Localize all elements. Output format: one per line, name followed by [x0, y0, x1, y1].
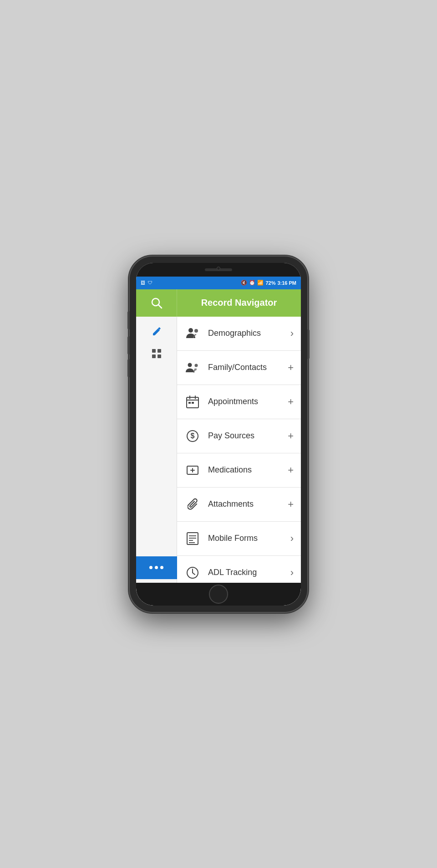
svg-rect-4	[152, 354, 156, 358]
sidebar-header	[136, 289, 177, 317]
status-bar: 🖼 🛡 👤 🔇 ⏰ 📶 72% 3:16 PM	[136, 277, 301, 289]
phone-bottom-bar	[136, 583, 301, 606]
medications-plus: +	[288, 464, 294, 476]
dollar-icon: $	[184, 428, 201, 444]
pay-sources-item[interactable]: $ Pay Sources +	[177, 419, 301, 453]
dot-3	[160, 566, 163, 569]
edit-button[interactable]	[141, 321, 173, 342]
demographics-chevron: ›	[290, 328, 294, 339]
dot-2	[155, 566, 158, 569]
phone-frame: 🖼 🛡 👤 🔇 ⏰ 📶 72% 3:16 PM	[130, 257, 307, 612]
appointments-item[interactable]: Appointments +	[177, 385, 301, 419]
status-right-info: 🔇 ⏰ 📶 72% 3:16 PM	[241, 280, 296, 286]
person-icon: 👤	[155, 280, 161, 285]
status-left-icons: 🖼 🛡 👤	[141, 280, 161, 285]
svg-rect-5	[158, 354, 161, 358]
search-button[interactable]	[148, 295, 165, 311]
svg-rect-3	[158, 349, 161, 353]
svg-line-29	[193, 573, 195, 575]
sidebar	[136, 317, 177, 583]
phone-screen: 🖼 🛡 👤 🔇 ⏰ 📶 72% 3:16 PM	[136, 263, 301, 606]
attachments-plus: +	[288, 498, 294, 510]
svg-point-9	[195, 364, 198, 367]
time-display: 3:16 PM	[277, 280, 296, 286]
dot-1	[149, 566, 152, 569]
demographics-label: Demographics	[208, 329, 290, 338]
attachments-label: Attachments	[208, 499, 288, 509]
family-contacts-item[interactable]: Family/Contacts +	[177, 351, 301, 385]
family-contacts-label: Family/Contacts	[208, 363, 288, 372]
svg-line-1	[158, 305, 162, 308]
adl-tracking-chevron: ›	[290, 567, 294, 579]
pay-sources-label: Pay Sources	[208, 431, 288, 441]
svg-rect-2	[152, 349, 156, 353]
adl-tracking-label: ADL Tracking	[208, 568, 290, 577]
svg-rect-15	[188, 402, 191, 404]
home-button[interactable]	[209, 585, 228, 604]
family-icon	[184, 360, 201, 376]
mobile-forms-chevron: ›	[290, 533, 294, 544]
app-body: Demographics ›	[136, 317, 301, 583]
attachments-item[interactable]: Attachments +	[177, 488, 301, 522]
medications-label: Medications	[208, 465, 288, 475]
mute-icon: 🔇	[241, 280, 247, 286]
battery-text: 72%	[265, 280, 275, 286]
svg-point-7	[194, 329, 198, 333]
appointments-plus: +	[288, 396, 294, 408]
shield-icon: 🛡	[148, 280, 152, 285]
mobile-forms-label: Mobile Forms	[208, 534, 290, 543]
forms-icon	[184, 530, 201, 547]
people-icon	[184, 325, 201, 342]
more-dots	[149, 566, 163, 569]
medkit-icon	[184, 462, 201, 478]
page-title: Record Navigator	[201, 298, 277, 308]
svg-point-8	[188, 363, 192, 367]
pay-sources-plus: +	[288, 430, 294, 442]
alarm-icon: ⏰	[249, 280, 255, 286]
clock-icon	[184, 565, 201, 581]
mobile-forms-item[interactable]: Mobile Forms ›	[177, 522, 301, 556]
paperclip-icon	[184, 496, 201, 513]
medications-item[interactable]: Medications +	[177, 453, 301, 488]
calendar-icon	[184, 394, 201, 410]
svg-point-10	[194, 368, 197, 370]
family-contacts-plus: +	[288, 362, 294, 374]
svg-text:$: $	[191, 432, 195, 440]
svg-point-6	[188, 328, 193, 333]
more-button[interactable]	[136, 556, 177, 579]
photo-icon: 🖼	[141, 280, 145, 285]
main-header: Record Navigator	[177, 289, 301, 317]
phone-top-bar	[136, 263, 301, 277]
main-menu-list: Demographics ›	[177, 317, 301, 583]
adl-tracking-item[interactable]: ADL Tracking ›	[177, 556, 301, 583]
app-content: Record Navigator	[136, 289, 301, 583]
appointments-label: Appointments	[208, 397, 288, 406]
phone-camera	[217, 267, 220, 270]
svg-rect-16	[192, 402, 194, 404]
app-header: Record Navigator	[136, 289, 301, 317]
grid-button[interactable]	[141, 344, 173, 364]
demographics-item[interactable]: Demographics ›	[177, 317, 301, 351]
wifi-icon: 📶	[257, 280, 264, 286]
